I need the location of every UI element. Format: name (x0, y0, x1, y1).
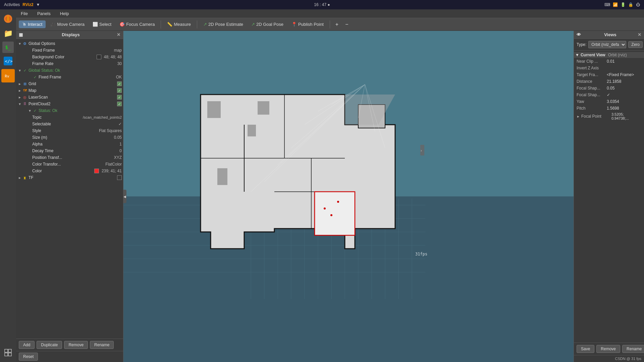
map-label: Map (29, 88, 116, 93)
pose-estimate-button[interactable]: ↗ 2D Pose Estimate (200, 20, 247, 28)
laser-scan-row[interactable]: ◎ LaserScan (16, 94, 123, 101)
move-camera-button[interactable]: 🎥 Move Camera (47, 20, 88, 28)
grid-row[interactable]: ⊞ Grid (16, 80, 123, 87)
global-status-row[interactable]: ✓ Global Status: Ok (16, 67, 123, 74)
pc2-size-row[interactable]: Size (m) 0.05 (16, 134, 123, 141)
views-zero-button[interactable]: Zero (628, 41, 643, 48)
frame-rate-row[interactable]: Frame Rate 30 (16, 60, 123, 67)
global-status-fixed-label: Fixed Frame (39, 75, 115, 79)
interact-button[interactable]: 🖱 Interact (19, 20, 46, 28)
pc2-color-transform-row[interactable]: Color Transfor... FlatColor (16, 161, 123, 168)
views-type-select[interactable]: Orbit (rviz_defa (588, 41, 626, 48)
fixed-frame-row[interactable]: Fixed Frame map (16, 47, 123, 54)
duplicate-button[interactable]: Duplicate (37, 341, 62, 349)
files-icon[interactable]: 📁 (1, 27, 15, 40)
rviz-app-icon[interactable]: Rv (1, 69, 15, 82)
views-save-button[interactable]: Save (577, 345, 594, 353)
grid-icon[interactable] (1, 346, 15, 359)
vscode-icon[interactable]: </> (1, 54, 15, 68)
system-bar: Activities RViz2 ▼ 16 : 47 ● ⌨ 📶 🔋 🔒 ⏻ (0, 0, 644, 9)
invert-z-row[interactable]: Invert Z Axis (574, 65, 644, 71)
focal-point-label: Focal Point (581, 114, 611, 119)
measure-button[interactable]: 📏 Measure (164, 20, 194, 28)
focal-point-row[interactable]: ► Focal Point 3.5205; 0.94738;... (574, 112, 644, 121)
toolbar-sep-1 (161, 20, 161, 28)
target-frame-row[interactable]: Target Fra... <Fixed Frame> (574, 71, 644, 78)
global-options-icon: ⚙ (22, 41, 28, 46)
pc2-color-transform-value: FlatColor (105, 162, 122, 167)
interact-label: Interact (28, 22, 42, 27)
svg-rect-8 (5, 353, 8, 356)
viewport-3d[interactable]: 31fps › (123, 31, 574, 362)
tf-checkbox[interactable] (117, 175, 122, 180)
global-status-fixed-row[interactable]: ✓ Fixed Frame OK (16, 74, 123, 80)
publish-point-button[interactable]: 📍 Publish Point (288, 20, 327, 28)
near-clip-row[interactable]: Near Clip ... 0.01 (574, 58, 644, 65)
displays-header: ▦ Displays ✕ (16, 31, 123, 39)
goal-pose-button[interactable]: ↗ 2D Goal Pose (248, 20, 287, 28)
global-status-fixed-value: OK (116, 75, 122, 79)
menu-panels[interactable]: Panels (35, 10, 53, 17)
menu-help[interactable]: Help (58, 10, 71, 17)
pc2-selectable-value: ✓ (118, 122, 122, 126)
select-button[interactable]: ⬜ Select (89, 20, 115, 28)
svg-text:</>: </> (5, 59, 12, 64)
reset-row: Reset (16, 351, 123, 362)
pose-estimate-label: 2D Pose Estimate (208, 22, 243, 27)
terminal-icon[interactable]: $_ (2, 42, 14, 53)
displays-close[interactable]: ✕ (117, 32, 120, 37)
firefox-icon[interactable] (1, 12, 15, 25)
pc2-alpha-label: Alpha (32, 142, 118, 146)
viewport-canvas: 31fps › (123, 31, 574, 362)
focal-point-value: 3.5205; 0.94738;... (611, 112, 641, 120)
pc2-style-row[interactable]: Style Flat Squares (16, 127, 123, 134)
views-rename-button[interactable]: Rename (622, 345, 644, 353)
displays-panel: ▦ Displays ✕ ⚙ Global Options Fixed Fram… (16, 31, 123, 362)
grid-arrow (17, 81, 22, 86)
content-area: ▦ Displays ✕ ⚙ Global Options Fixed Fram… (16, 31, 644, 362)
add-button[interactable]: Add (19, 341, 35, 349)
zoom-in-icon: + (335, 21, 338, 27)
views-title: Views (604, 32, 616, 37)
remove-button[interactable]: Remove (64, 341, 88, 349)
viewport-collapse-right[interactable]: › (420, 145, 424, 156)
pc2-pos-transform-row[interactable]: Position Transf... XYZ (16, 154, 123, 161)
pc2-color-row[interactable]: Color 239; 41; 41 (16, 168, 123, 174)
focus-camera-button[interactable]: 🎯 Focus Camera (116, 20, 158, 28)
menu-file[interactable]: File (19, 10, 30, 17)
zoom-in-button[interactable]: + (333, 21, 341, 28)
global-options-row[interactable]: ⚙ Global Options (16, 40, 123, 47)
pointcloud2-arrow (17, 102, 22, 106)
reset-button[interactable]: Reset (19, 353, 38, 361)
pointcloud2-label: PointCloud2 (29, 102, 116, 106)
pitch-row[interactable]: Pitch 1.5698 (574, 105, 644, 112)
displays-collapse-handle[interactable]: ◀ (123, 190, 126, 203)
tf-row[interactable]: ⧗ TF (16, 174, 123, 181)
pc2-color-transform-arrow (28, 162, 32, 167)
svg-rect-37 (207, 101, 221, 118)
pc2-topic-row[interactable]: Topic /scan_matched_points2 (16, 114, 123, 121)
grid-checkbox[interactable] (117, 81, 122, 86)
map-row[interactable]: 🗺 Map (16, 87, 123, 94)
current-view-label: Current View (581, 53, 605, 57)
views-remove-button[interactable]: Remove (596, 345, 620, 353)
pc2-selectable-row[interactable]: Selectable ✓ (16, 121, 123, 127)
laser-scan-checkbox[interactable] (117, 95, 122, 100)
yaw-value: 3.0354 (607, 99, 619, 104)
views-close[interactable]: ✕ (638, 32, 641, 37)
rename-button[interactable]: Rename (90, 341, 114, 349)
pc2-alpha-row[interactable]: Alpha 1 (16, 141, 123, 147)
pc2-decay-row[interactable]: Decay Time 0 (16, 147, 123, 154)
pointcloud2-checkbox[interactable] (117, 102, 122, 106)
focal-shape2-row[interactable]: Focal Shap... ✓ (574, 92, 644, 98)
current-view-header[interactable]: ▼ Current View Orbit (rviz) (574, 52, 644, 58)
map-checkbox[interactable] (117, 88, 122, 93)
pointcloud2-row[interactable]: ⠿ PointCloud2 (16, 101, 123, 107)
focal-shape1-row[interactable]: Focal Shap... 0.05 (574, 85, 644, 92)
distance-row[interactable]: Distance 21.1858 (574, 78, 644, 85)
pc2-status-row[interactable]: ✓ Status: Ok (16, 107, 123, 114)
yaw-row[interactable]: Yaw 3.0354 (574, 98, 644, 105)
current-view-type: Orbit (rviz) (608, 53, 627, 57)
bg-color-row[interactable]: Background Color 48; 48; 48 (16, 54, 123, 60)
zoom-out-button[interactable]: − (342, 21, 351, 28)
